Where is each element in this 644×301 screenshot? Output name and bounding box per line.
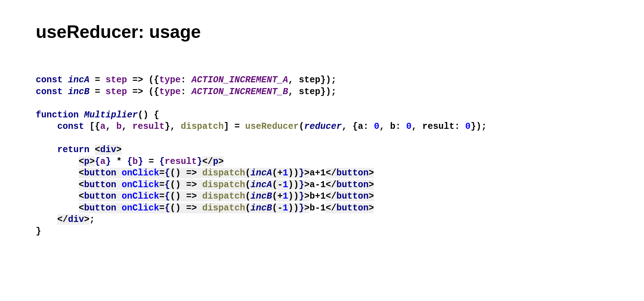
- code-line-5: const [{a, b, result}, dispatch] = useRe…: [36, 121, 487, 132]
- code-line-8: <p>{a} * {b} = {result}</p>: [36, 156, 224, 167]
- slide: useReducer: usage const incA = step => (…: [0, 0, 644, 259]
- code-line-12: <button onClick={() => dispatch(incB(-1)…: [36, 203, 374, 213]
- code-line-1: const incA = step => ({type: ACTION_INCR…: [36, 75, 336, 85]
- code-line-10: <button onClick={() => dispatch(incA(-1)…: [36, 180, 374, 190]
- slide-title: useReducer: usage: [36, 21, 608, 42]
- code-line-9: <button onClick={() => dispatch(incA(+1)…: [36, 168, 374, 178]
- code-line-2: const incB = step => ({type: ACTION_INCR…: [36, 87, 336, 97]
- code-line-11: <button onClick={() => dispatch(incB(+1)…: [36, 191, 374, 202]
- code-line-13: </div>;: [36, 214, 95, 225]
- code-line-14: }: [36, 226, 41, 237]
- code-line-7: return <div>: [36, 145, 122, 155]
- code-line-4: function Multiplier() {: [36, 110, 159, 120]
- code-block: const incA = step => ({type: ACTION_INCR…: [36, 74, 608, 237]
